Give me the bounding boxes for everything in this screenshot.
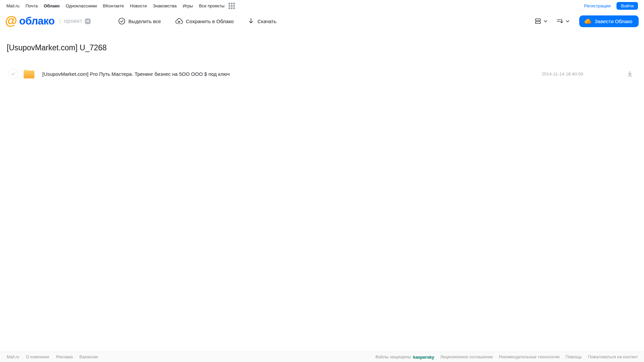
- nav-cloud[interactable]: Облако: [44, 3, 60, 8]
- footer-recommendation-tech[interactable]: Рекомендательные технологии: [499, 355, 559, 359]
- file-actions: Выделить все Сохранить в Облако Скачать: [118, 17, 277, 25]
- all-projects-grid-icon[interactable]: [229, 3, 235, 9]
- download-icon: [627, 71, 633, 77]
- chevron-down-icon: [543, 19, 548, 23]
- save-to-cloud-button[interactable]: Сохранить в Облако: [175, 17, 234, 25]
- footer-help[interactable]: Помощь: [565, 355, 582, 359]
- portal-nav: Mail.ru Почта Облако Одноклассники ВКонт…: [0, 0, 644, 11]
- check-circle-icon: [118, 17, 126, 25]
- nav-dating[interactable]: Знакомства: [153, 3, 177, 8]
- nav-vkontakte[interactable]: ВКонтакте: [103, 3, 124, 8]
- footer-license[interactable]: Лицензионное соглашение: [440, 355, 493, 359]
- cloud-icon: [584, 18, 592, 24]
- logo-divider: |: [59, 18, 60, 24]
- row-download-button[interactable]: [627, 71, 633, 77]
- sort-icon: [556, 18, 563, 24]
- project-label: проект: [64, 18, 83, 24]
- select-all-button[interactable]: Выделить все: [118, 17, 161, 25]
- file-row[interactable]: [UsupovMarket.com] Pro Путь Мастера. Тре…: [0, 65, 644, 83]
- footer: Mail.ru О компании Реклама Вакансии Файл…: [0, 352, 644, 362]
- view-mode-dropdown[interactable]: [535, 18, 548, 24]
- select-all-label: Выделить все: [129, 18, 161, 24]
- cloud-logo[interactable]: @ облако | проект vk: [5, 15, 91, 27]
- footer-report-content[interactable]: Пожаловаться на контент: [588, 355, 638, 359]
- list-view-icon: [535, 18, 541, 24]
- download-label: Скачать: [257, 18, 276, 24]
- footer-mailru[interactable]: Mail.ru: [7, 355, 19, 359]
- save-to-cloud-label: Сохранить в Облако: [186, 18, 234, 24]
- nav-mail[interactable]: Почта: [26, 3, 38, 8]
- nav-all-projects[interactable]: Все проекты: [199, 3, 225, 8]
- nav-odnoklassniki[interactable]: Одноклассники: [66, 3, 97, 8]
- protected-label: Файлы защищены: [375, 355, 411, 359]
- footer-ads[interactable]: Реклама: [56, 355, 72, 359]
- footer-right: Файлы защищены kaspersky Лицензионное со…: [375, 355, 638, 360]
- chevron-down-icon: [565, 19, 570, 23]
- get-cloud-button[interactable]: Завести Облако: [579, 15, 639, 27]
- page-title: [UsupovMarket.com] U_7268: [7, 43, 644, 52]
- download-button[interactable]: Скачать: [248, 17, 276, 25]
- kaspersky-protection: Файлы защищены kaspersky: [375, 355, 434, 360]
- view-tools: Завести Облако: [535, 15, 639, 27]
- folder-icon: [23, 69, 35, 79]
- row-checkbox[interactable]: [8, 69, 18, 79]
- file-name[interactable]: [UsupovMarket.com] Pro Путь Мастера. Тре…: [42, 71, 230, 77]
- download-arrow-icon: [248, 17, 254, 25]
- check-icon: [11, 71, 15, 76]
- sort-dropdown[interactable]: [556, 18, 570, 24]
- footer-jobs[interactable]: Вакансии: [80, 355, 98, 359]
- mailru-at-icon: @: [5, 14, 17, 27]
- login-button[interactable]: Войти: [616, 2, 638, 10]
- kaspersky-logo: kaspersky: [413, 355, 434, 360]
- nav-news[interactable]: Новости: [130, 3, 147, 8]
- toolbar: @ облако | проект vk Выделить все Сохран…: [0, 11, 644, 31]
- vk-icon: vk: [85, 18, 91, 24]
- register-link[interactable]: Регистрация: [584, 3, 610, 8]
- file-date: 2014-11-14 16:40:00: [542, 71, 583, 76]
- footer-about[interactable]: О компании: [26, 355, 49, 359]
- nav-mailru[interactable]: Mail.ru: [6, 3, 19, 8]
- nav-games[interactable]: Игры: [183, 3, 193, 8]
- cloud-upload-icon: [175, 17, 183, 25]
- get-cloud-label: Завести Облако: [595, 18, 632, 24]
- cloud-logo-text: облако: [19, 15, 54, 27]
